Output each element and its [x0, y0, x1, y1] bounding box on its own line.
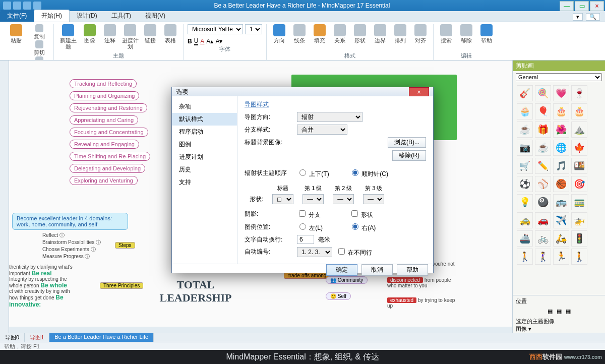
shape-title-select[interactable]: ◻ [272, 194, 293, 204]
branch-node[interactable]: Planning and Organizing [70, 91, 139, 100]
tab-view[interactable]: 视图(V) [138, 10, 172, 22]
branch-node[interactable]: Delegating and Developing [70, 164, 145, 173]
clipart-item[interactable]: 🎁 [535, 122, 551, 138]
autowrap-input[interactable] [297, 235, 314, 244]
shape-l1-select[interactable]: — [302, 194, 324, 204]
clipart-category-select[interactable]: General [516, 73, 602, 81]
clipart-item[interactable]: 🛵 [553, 230, 569, 247]
clipart-item[interactable]: 🎂 [553, 103, 569, 119]
qat-icon[interactable] [23, 2, 31, 10]
tab-design[interactable]: 设计(D) [70, 10, 104, 22]
clipart-item[interactable]: ⚾ [535, 176, 551, 192]
branch-node[interactable]: Rejuvenating and Restoring [70, 103, 147, 112]
arrange-button[interactable]: 排列 [392, 24, 409, 43]
image-dropdown[interactable]: 图像 [516, 326, 527, 332]
clipart-item[interactable]: 💡 [517, 194, 533, 210]
line-button[interactable]: 线条 [291, 24, 308, 43]
qat-icon[interactable] [33, 2, 41, 10]
branch-node[interactable]: Focusing and Concentrating [70, 128, 148, 137]
clipart-item[interactable]: 🍁 [571, 140, 587, 156]
table-button[interactable]: 表格 [162, 24, 179, 43]
schedule-button[interactable]: 进度计划 [122, 24, 139, 49]
clipart-item[interactable]: 🚌 [553, 194, 569, 210]
radio-clockwise[interactable]: 顺时针(C) [349, 168, 398, 178]
branch-style-select[interactable]: 合并 [297, 125, 347, 135]
autonum-select[interactable]: 1. 2. 3. [297, 247, 332, 257]
dialog-titlebar[interactable]: 选项 × [172, 87, 433, 96]
chk-autonum-sameline[interactable]: 在不同行 [336, 247, 385, 257]
dialog-help-button[interactable]: 帮助 [397, 264, 428, 276]
clipart-item[interactable]: 🚶 [517, 249, 533, 265]
tab-home[interactable]: 开始(H) [34, 10, 70, 22]
ok-button[interactable]: 确定 [326, 264, 357, 276]
pos-btn[interactable]: ▦ [566, 308, 571, 315]
clipart-item[interactable]: 🎵 [553, 158, 569, 174]
tab-tools[interactable]: 工具(T) [104, 10, 138, 22]
clipart-item[interactable]: 🎱 [535, 194, 551, 210]
maximize-button[interactable]: ▭ [575, 1, 589, 11]
font-size-select[interactable]: 14 [245, 24, 262, 34]
shape-l3-select[interactable]: — [363, 194, 384, 204]
clipart-item[interactable]: 🏀 [553, 176, 569, 192]
clipart-item[interactable]: ☕ [517, 122, 533, 138]
cancel-button[interactable]: 取消 [361, 264, 393, 276]
clipart-item[interactable]: 🎈 [535, 103, 551, 119]
options-item[interactable]: 杂项 [172, 100, 237, 113]
options-item[interactable]: 支持 [172, 176, 237, 189]
branch-node[interactable]: Appreciating and Caring [70, 115, 138, 125]
clipart-item[interactable]: 🎂 [571, 103, 587, 119]
search-button[interactable]: 搜索 [438, 24, 455, 43]
help-button[interactable]: 帮助 [478, 24, 495, 43]
branch-node[interactable]: Exploring and Venturing [70, 176, 138, 185]
pos-btn[interactable]: ▦ [557, 308, 562, 315]
options-item[interactable]: 图例 [172, 138, 237, 151]
options-item[interactable]: 进度计划 [172, 151, 237, 163]
branch-node[interactable]: Revealing and Engaging [70, 140, 139, 149]
sheet-tab[interactable]: 导图0 [0, 333, 25, 342]
font-grow-button[interactable]: A▴ [206, 38, 213, 45]
callout-leader[interactable]: Become excellent leader in 4 domains: wo… [12, 213, 128, 230]
community-node[interactable]: 👥 Community [326, 276, 368, 284]
branch-node[interactable]: Tracking and Reflecting [70, 79, 137, 88]
copy-button[interactable]: 复制 [29, 24, 49, 39]
new-topic-button[interactable]: 新建主题 [58, 24, 78, 49]
radio-updown[interactable]: 上下(T) [297, 168, 345, 178]
fill-button[interactable]: 填充 [311, 24, 328, 43]
qat-icon[interactable] [13, 2, 21, 10]
total-leadership-title[interactable]: TOTAL LEADERSHIP [155, 278, 236, 305]
clipart-item[interactable]: 🚶 [571, 249, 587, 265]
clipart-item[interactable]: 🍱 [571, 158, 587, 174]
clipart-item[interactable]: 🚕 [517, 212, 533, 228]
shape-button[interactable]: 形状 [351, 24, 369, 43]
clipart-item[interactable]: 🚲 [535, 230, 551, 247]
font-color-button[interactable]: A [200, 38, 204, 45]
clipart-item[interactable]: ✏️ [535, 158, 551, 174]
clipart-item[interactable]: 💗 [553, 85, 569, 101]
bold-button[interactable]: B [188, 38, 192, 45]
cut-button[interactable]: 剪切 [29, 40, 49, 55]
clipart-item[interactable]: 🌐 [553, 140, 569, 156]
clipart-item[interactable]: 🛒 [517, 158, 533, 174]
image-button[interactable]: 图像 [81, 24, 98, 43]
minimize-button[interactable]: — [560, 1, 574, 11]
steps-tag[interactable]: Steps [115, 242, 135, 249]
clipart-item[interactable]: 🚦 [571, 230, 587, 247]
font-family-select[interactable]: Microsoft YaHei [188, 24, 243, 34]
clipart-item[interactable]: 🚗 [535, 212, 551, 228]
radio-legend-left[interactable]: 左(L) [297, 222, 345, 232]
shape-l2-select[interactable]: — [333, 194, 354, 204]
border-button[interactable]: 边界 [372, 24, 389, 43]
pos-btn[interactable]: ▦ [548, 308, 553, 315]
clipart-item[interactable]: 🏃 [553, 249, 569, 265]
font-shrink-button[interactable]: A▾ [215, 38, 222, 45]
dialog-close-button[interactable]: × [409, 87, 429, 96]
clipart-item[interactable]: 📷 [517, 140, 533, 156]
be-whole-tag[interactable]: Be whole [40, 282, 67, 289]
chk-shadow-shape[interactable]: 形状 [349, 209, 398, 219]
clipart-item[interactable]: 🚢 [517, 230, 533, 247]
clipart-item[interactable]: 🍭 [535, 85, 551, 101]
link-button[interactable]: 链接 [142, 24, 159, 43]
clipart-item[interactable]: ✈️ [553, 212, 569, 228]
direction-button[interactable]: 方向 [271, 24, 288, 43]
reflect-item[interactable]: Brainstorm Possibilities ⓘ [42, 239, 101, 246]
